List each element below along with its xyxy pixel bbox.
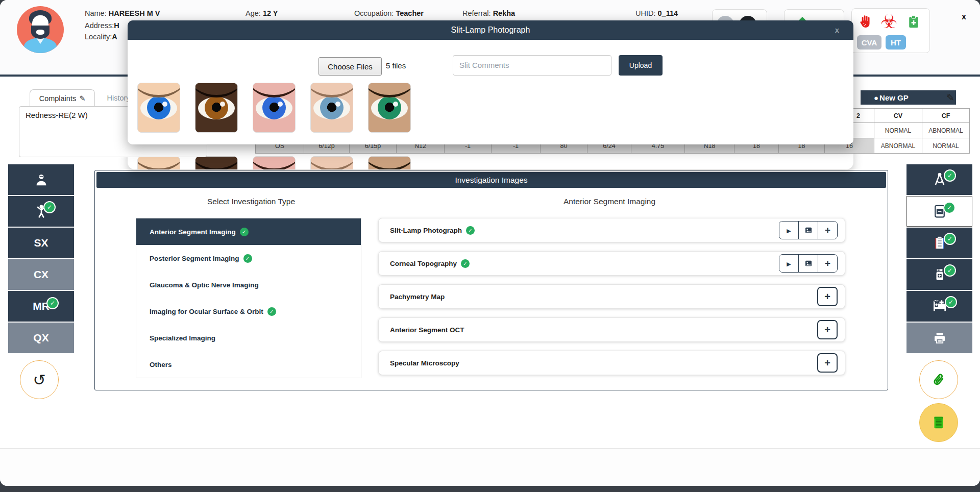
window-close-button[interactable]: x bbox=[962, 12, 966, 21]
patient-uhid: UHID: 0_114 bbox=[635, 9, 678, 17]
item-specular-microscopy: Specular Microscopy bbox=[378, 351, 845, 375]
sidebar-item-refraction[interactable] bbox=[906, 164, 972, 195]
type-ocular-surface-orbit[interactable]: Imaging for Ocular Surface & Orbit bbox=[136, 298, 361, 325]
history-revert-button[interactable]: ↺ bbox=[20, 360, 59, 399]
eye-photo-thumbnail[interactable] bbox=[310, 83, 353, 133]
type-others[interactable]: Others bbox=[136, 351, 361, 378]
modal-header: Slit-Lamp Photograph x bbox=[128, 20, 853, 40]
check-icon bbox=[943, 202, 955, 214]
image-icon bbox=[804, 226, 813, 235]
item-pachymetry-map: Pachymetry Map bbox=[378, 284, 845, 309]
check-icon bbox=[461, 259, 470, 268]
cva-badge: CVA bbox=[857, 35, 881, 50]
sidebar-item-print[interactable] bbox=[906, 323, 972, 353]
eye-photo-thumbnail[interactable] bbox=[368, 83, 411, 133]
play-icon bbox=[787, 259, 791, 268]
sidebar-item-doctor[interactable] bbox=[8, 164, 74, 195]
type-anterior-segment-imaging[interactable]: Anterior Segment Imaging bbox=[136, 218, 361, 245]
attachments-button[interactable] bbox=[919, 360, 958, 399]
check-icon bbox=[944, 169, 956, 182]
allergy-hand-icon bbox=[857, 13, 873, 31]
eye-photo-thumbnail[interactable] bbox=[195, 156, 238, 169]
play-media-button[interactable] bbox=[779, 222, 798, 239]
left-column-title: Select Investigation Type bbox=[207, 197, 295, 206]
cell-cf: NORMAL bbox=[922, 138, 970, 154]
check-icon bbox=[944, 233, 956, 245]
add-image-button[interactable] bbox=[817, 287, 838, 306]
new-gp-bar[interactable]: ●New GP bbox=[861, 90, 956, 105]
add-image-button[interactable] bbox=[817, 353, 838, 373]
add-image-button[interactable]: + bbox=[818, 255, 837, 272]
edit-pencil-icon bbox=[79, 94, 85, 103]
eye-photo-thumbnail[interactable] bbox=[368, 156, 411, 169]
panel-title: Investigation Images bbox=[96, 172, 886, 188]
qx-label: QX bbox=[33, 332, 48, 344]
eye-photo-thumbnail[interactable] bbox=[253, 83, 296, 133]
media-buttons: + bbox=[779, 254, 838, 273]
biohazard-icon: ☣ bbox=[880, 11, 897, 33]
patient-age: Age: 12 Y bbox=[246, 9, 278, 17]
sx-label: SX bbox=[34, 237, 48, 249]
paperclip-icon bbox=[926, 367, 951, 392]
check-icon bbox=[945, 296, 957, 308]
check-icon bbox=[240, 228, 249, 236]
view-images-button[interactable] bbox=[798, 222, 818, 239]
medical-clipboard-icon bbox=[906, 13, 921, 31]
investigation-images-panel: Investigation Images Select Investigatio… bbox=[94, 170, 888, 390]
choose-files-button[interactable]: Choose Files bbox=[318, 57, 382, 76]
patient-occupation: Occupation: Teacher bbox=[354, 9, 424, 17]
modal-title: Slit-Lamp Photograph bbox=[451, 26, 530, 35]
app-window: Name: HAREESH M V Age: 12 Y Occupation: … bbox=[0, 0, 980, 486]
notes-button[interactable] bbox=[919, 403, 958, 442]
gp-edit-pencil-icon[interactable] bbox=[946, 92, 954, 104]
slit-comments-textarea[interactable] bbox=[453, 55, 611, 76]
history-icon: ↺ bbox=[33, 371, 45, 389]
upload-button[interactable]: Upload bbox=[619, 55, 663, 76]
plus-icon: + bbox=[825, 258, 830, 269]
sidebar-item-investigation-images[interactable] bbox=[906, 196, 972, 227]
sidebar-item-mr[interactable]: MR bbox=[8, 291, 74, 322]
right-column-title: Anterior Segment Imaging bbox=[564, 197, 655, 206]
patient-avatar bbox=[17, 6, 64, 53]
slit-lamp-photograph-modal: Slit-Lamp Photograph x Choose Files 5 fi… bbox=[128, 20, 853, 144]
check-icon bbox=[243, 254, 252, 263]
modal-close-button[interactable]: x bbox=[835, 26, 839, 34]
printer-icon bbox=[932, 330, 947, 346]
type-specialized-imaging[interactable]: Specialized Imaging bbox=[136, 325, 361, 351]
sidebar-item-growth[interactable] bbox=[8, 196, 74, 227]
eye-photo-thumbnail[interactable] bbox=[137, 83, 180, 133]
check-icon bbox=[466, 226, 475, 235]
sidebar-item-medication[interactable] bbox=[906, 259, 972, 290]
investigation-type-list: Anterior Segment Imaging Posterior Segme… bbox=[136, 218, 361, 378]
footer-bar bbox=[0, 448, 980, 486]
tab-complaints[interactable]: Complaints bbox=[30, 89, 95, 107]
item-corneal-topography: Corneal Topography + bbox=[378, 251, 845, 276]
ht-badge: HT bbox=[886, 35, 906, 50]
play-media-button[interactable] bbox=[779, 255, 798, 272]
add-image-button[interactable] bbox=[817, 320, 838, 339]
check-icon bbox=[46, 297, 59, 309]
eye-photo-thumbnail[interactable] bbox=[195, 83, 238, 133]
patient-alert-card: ☣ CVA HT bbox=[851, 8, 930, 53]
radio-bullet-icon: ● bbox=[874, 93, 878, 102]
view-images-button[interactable] bbox=[798, 255, 818, 272]
cell-cv: ABNORMAL bbox=[874, 138, 922, 154]
green-notes-icon bbox=[930, 413, 947, 432]
sidebar-item-admission[interactable] bbox=[906, 291, 972, 322]
col-header-cf: CF bbox=[922, 108, 970, 123]
eye-photo-thumbnail[interactable] bbox=[253, 156, 296, 169]
type-glaucoma-optic-nerve-imaging[interactable]: Glaucoma & Optic Nerve Imaging bbox=[136, 272, 361, 298]
add-image-button[interactable]: + bbox=[818, 222, 837, 239]
check-icon bbox=[43, 201, 56, 213]
sidebar-item-report[interactable] bbox=[906, 228, 972, 258]
play-icon bbox=[787, 226, 791, 235]
check-icon bbox=[944, 264, 956, 277]
eye-photo-thumbnail[interactable] bbox=[310, 156, 353, 169]
sidebar-item-cx[interactable]: CX bbox=[8, 259, 74, 290]
sidebar-item-qx[interactable]: QX bbox=[8, 323, 74, 353]
patient-name: Name: HAREESH M V bbox=[85, 9, 160, 17]
type-posterior-segment-imaging[interactable]: Posterior Segment Imaging bbox=[136, 245, 361, 272]
sidebar-item-sx[interactable]: SX bbox=[8, 228, 74, 258]
item-slit-lamp-photograph: Slit-Lamp Photograph + bbox=[378, 218, 845, 242]
eye-photo-thumbnail[interactable] bbox=[137, 156, 180, 169]
